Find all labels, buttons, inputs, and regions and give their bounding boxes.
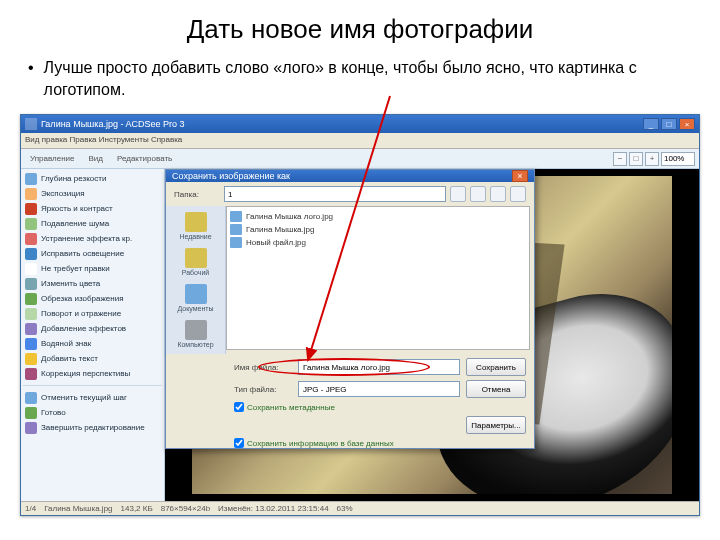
sidebar-footer-1[interactable]: Готово: [23, 405, 162, 420]
image-viewer: Сохранить изображение как × Папка: Недав…: [165, 169, 699, 501]
sidebar-item-icon: [25, 308, 37, 320]
sidebar-footer-2[interactable]: Завершить редактирование: [23, 420, 162, 435]
options-button[interactable]: Параметры...: [466, 416, 526, 434]
zoom-out-button[interactable]: −: [613, 152, 627, 166]
sidebar-item-label: Добавить текст: [41, 354, 98, 363]
zoom-input[interactable]: [661, 152, 695, 166]
sidebar-footer-0[interactable]: Отменить текущий шаг: [23, 390, 162, 405]
sidebar-footer-icon: [25, 407, 37, 419]
folder-label: Папка:: [174, 190, 220, 199]
sidebar-item-label: Поворот и отражение: [41, 309, 121, 318]
sidebar-divider: [23, 385, 162, 386]
sidebar-item-3[interactable]: Подавление шума: [23, 216, 162, 231]
sidebar-footer-icon: [25, 392, 37, 404]
sidebar-item-label: Добавление эффектов: [41, 324, 126, 333]
sidebar-item-2[interactable]: Яркость и контраст: [23, 201, 162, 216]
tab-view[interactable]: Вид: [83, 152, 107, 165]
filetype-combo[interactable]: [298, 381, 460, 397]
place-docs[interactable]: Документы: [166, 282, 225, 314]
sidebar-item-icon: [25, 263, 37, 275]
sidebar-item-icon: [25, 278, 37, 290]
sidebar-item-icon: [25, 188, 37, 200]
db-checkbox[interactable]: [234, 438, 244, 448]
sidebar-item-icon: [25, 338, 37, 350]
app-icon: [25, 118, 37, 130]
status-size: 143,2 КБ: [121, 504, 153, 513]
status-index: 1/4: [25, 504, 36, 513]
file-list[interactable]: Галина Мышка лого.jpgГалина Мышка.jpgНов…: [226, 206, 530, 350]
cancel-button[interactable]: Отмена: [466, 380, 526, 398]
sidebar-item-1[interactable]: Экспозиция: [23, 186, 162, 201]
zoom-in-button[interactable]: +: [645, 152, 659, 166]
sidebar-item-label: Устранение эффекта кр.: [41, 234, 132, 243]
sidebar-item-7[interactable]: Изменить цвета: [23, 276, 162, 291]
save-db-check[interactable]: Сохранить информацию в базе данных: [234, 438, 526, 448]
sidebar-item-icon: [25, 233, 37, 245]
file-name: Галина Мышка.jpg: [246, 225, 314, 234]
app-window: Галина Мышка.jpg - ACDSee Pro 3 _ □ × Ви…: [20, 114, 700, 516]
tab-edit[interactable]: Редактировать: [112, 152, 177, 165]
filename-input[interactable]: [298, 359, 460, 375]
sidebar-item-4[interactable]: Устранение эффекта кр.: [23, 231, 162, 246]
filename-label: Имя файла:: [234, 363, 292, 372]
view-menu-icon[interactable]: [510, 186, 526, 202]
place-computer[interactable]: Компьютер: [166, 318, 225, 350]
sidebar-item-icon: [25, 323, 37, 335]
window-title: Галина Мышка.jpg - ACDSee Pro 3: [41, 119, 185, 129]
dialog-titlebar: Сохранить изображение как ×: [166, 170, 534, 182]
sidebar-item-label: Обрезка изображения: [41, 294, 124, 303]
sidebar-item-label: Подавление шума: [41, 219, 109, 228]
titlebar: Галина Мышка.jpg - ACDSee Pro 3 _ □ ×: [21, 115, 699, 133]
place-recent[interactable]: Недавние: [166, 210, 225, 242]
sidebar-item-6[interactable]: Не требует правки: [23, 261, 162, 276]
file-icon: [230, 224, 242, 235]
sidebar-item-icon: [25, 248, 37, 260]
folder-combo[interactable]: [224, 186, 446, 202]
sidebar-item-label: Яркость и контраст: [41, 204, 113, 213]
dialog-title: Сохранить изображение как: [172, 171, 290, 181]
sidebar-item-8[interactable]: Обрезка изображения: [23, 291, 162, 306]
sidebar-item-0[interactable]: Глубина резкости: [23, 171, 162, 186]
file-item[interactable]: Новый файл.jpg: [230, 236, 526, 249]
file-icon: [230, 211, 242, 222]
dialog-close-button[interactable]: ×: [512, 170, 528, 182]
filetype-label: Тип файла:: [234, 385, 292, 394]
tab-manage[interactable]: Управление: [25, 152, 79, 165]
status-date: Изменён: 13.02.2011 23:15:44: [218, 504, 329, 513]
back-icon[interactable]: [450, 186, 466, 202]
bullet-icon: •: [28, 57, 34, 100]
minimize-button[interactable]: _: [643, 118, 659, 130]
zoom-fit-button[interactable]: □: [629, 152, 643, 166]
status-file: Галина Мышка.jpg: [44, 504, 112, 513]
edit-sidebar: Глубина резкостиЭкспозицияЯркость и конт…: [21, 169, 165, 501]
slide-title: Дать новое имя фотографии: [0, 0, 720, 51]
file-item[interactable]: Галина Мышка.jpg: [230, 223, 526, 236]
new-folder-icon[interactable]: [490, 186, 506, 202]
sidebar-item-5[interactable]: Исправить освещение: [23, 246, 162, 261]
status-dims: 876×594×24b: [161, 504, 210, 513]
slide-bullet: • Лучше просто добавить слово «лого» в к…: [0, 51, 720, 110]
save-button[interactable]: Сохранить: [466, 358, 526, 376]
save-meta-check[interactable]: Сохранить метаданные: [234, 402, 526, 412]
sidebar-item-9[interactable]: Поворот и отражение: [23, 306, 162, 321]
sidebar-item-label: Изменить цвета: [41, 279, 100, 288]
menubar[interactable]: Вид правка Правка Инструменты Справка: [21, 133, 699, 149]
sidebar-item-11[interactable]: Водяной знак: [23, 336, 162, 351]
place-desktop[interactable]: Рабочий: [166, 246, 225, 278]
sidebar-item-label: Не требует правки: [41, 264, 110, 273]
close-button[interactable]: ×: [679, 118, 695, 130]
sidebar-footer-label: Отменить текущий шаг: [41, 393, 127, 402]
sidebar-item-12[interactable]: Добавить текст: [23, 351, 162, 366]
meta-checkbox[interactable]: [234, 402, 244, 412]
sidebar-item-13[interactable]: Коррекция перспективы: [23, 366, 162, 381]
sidebar-item-icon: [25, 353, 37, 365]
maximize-button[interactable]: □: [661, 118, 677, 130]
sidebar-item-label: Исправить освещение: [41, 249, 124, 258]
status-pct: 63%: [337, 504, 353, 513]
up-icon[interactable]: [470, 186, 486, 202]
sidebar-item-icon: [25, 293, 37, 305]
sidebar-item-icon: [25, 218, 37, 230]
sidebar-item-10[interactable]: Добавление эффектов: [23, 321, 162, 336]
file-item[interactable]: Галина Мышка лого.jpg: [230, 210, 526, 223]
file-name: Новый файл.jpg: [246, 238, 306, 247]
